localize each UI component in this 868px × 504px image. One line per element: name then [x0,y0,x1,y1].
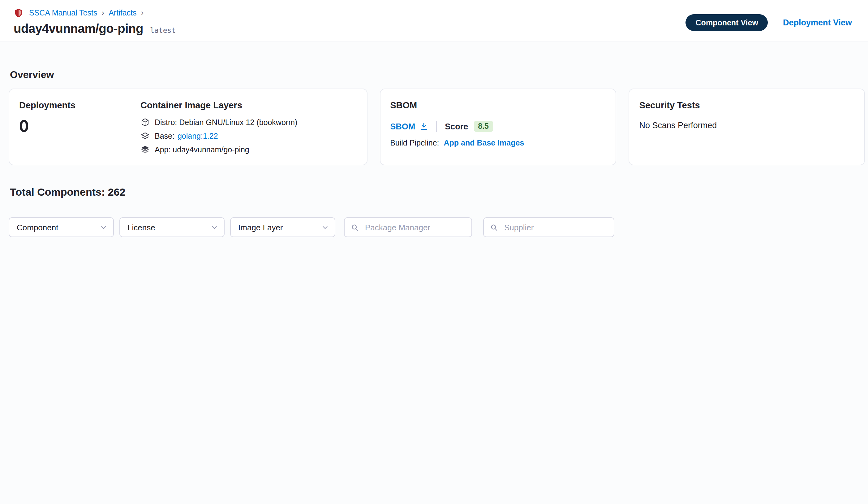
breadcrumb-link-artifacts[interactable]: Artifacts [108,8,136,17]
breadcrumb-separator-icon: › [141,9,144,17]
app-layer-item: App: uday4vunnam/go-ping [141,145,297,154]
supplier-searchbox [483,217,614,237]
download-icon[interactable] [420,122,428,131]
base-label: Base: [155,132,175,140]
deployments-title: Deployments [19,100,141,110]
security-tests-card: Security Tests No Scans Performed [629,89,865,165]
title-row: uday4vunnam/go-ping latest [14,22,176,36]
total-components-heading: Total Components: 262 [10,187,865,199]
version-tag: latest [150,26,176,35]
distro-layer-item: Distro: Debian GNU/Linux 12 (bookworm) [141,118,297,127]
header: SSCA Manual Tests › Artifacts › uday4vun… [0,0,868,41]
component-filter-dropdown[interactable]: Component [9,217,114,237]
header-left: SSCA Manual Tests › Artifacts › uday4vun… [14,8,176,36]
sbom-row: SBOM Score 8.5 [390,121,606,132]
app-label: App: uday4vunnam/go-ping [155,145,249,154]
overview-cards: Deployments 0 Container Image Layers [9,89,865,165]
shield-icon [14,8,23,18]
main-content: Overview Deployments 0 Container Image L… [0,41,868,252]
component-view-button[interactable]: Component View [686,14,768,31]
deployments-and-layers-card: Deployments 0 Container Image Layers [9,89,367,165]
breadcrumb-link-project[interactable]: SSCA Manual Tests [29,8,97,17]
build-pipeline-row: Build Pipeline: App and Base Images [390,139,606,147]
sbom-card-title: SBOM [390,100,606,110]
build-pipeline-link[interactable]: App and Base Images [444,139,524,147]
page: SSCA Manual Tests › Artifacts › uday4vun… [0,0,868,252]
chevron-down-icon [210,223,218,231]
sbom-link-label: SBOM [390,122,415,131]
container-image-layers-block: Container Image Layers Distro: Debian GN… [141,100,297,153]
license-filter-dropdown[interactable]: License [120,217,225,237]
image-layer-filter-dropdown[interactable]: Image Layer [230,217,335,237]
package-manager-search-input[interactable] [364,222,465,232]
base-layer-item: Base: golang:1.22 [141,131,297,141]
base-image-link[interactable]: golang:1.22 [177,132,218,140]
supplier-search-input[interactable] [503,222,608,232]
filters-bar: Component License Image Layer [9,217,865,237]
deployments-count: 0 [19,118,141,135]
license-filter-label: License [127,223,155,232]
container-image-layers-title: Container Image Layers [141,100,297,110]
component-filter-label: Component [17,223,58,232]
sbom-card: SBOM SBOM Score 8.5 [380,89,616,165]
cube-icon [141,118,150,127]
deployments-block: Deployments 0 [19,100,141,153]
sbom-download-link[interactable]: SBOM [390,122,428,131]
search-icon [351,223,359,231]
chevron-down-icon [100,223,108,231]
package-manager-searchbox [344,217,472,237]
vertical-divider [436,121,437,132]
breadcrumb-separator-icon: › [102,9,105,17]
image-layers-list: Distro: Debian GNU/Linux 12 (bookworm) B… [141,118,297,154]
build-pipeline-label: Build Pipeline: [390,139,439,147]
breadcrumb: SSCA Manual Tests › Artifacts › [14,8,176,18]
layers-two-icon [141,131,150,141]
layers-three-icon [141,145,150,154]
security-tests-status: No Scans Performed [639,121,854,130]
sbom-score-badge: 8.5 [474,121,493,132]
security-tests-title: Security Tests [639,100,854,110]
overview-heading: Overview [10,69,865,80]
search-icon [490,223,498,231]
distro-label: Distro: Debian GNU/Linux 12 (bookworm) [155,118,297,127]
image-layer-filter-label: Image Layer [238,223,283,232]
page-title: uday4vunnam/go-ping [14,22,143,36]
view-switcher: Component View Deployment View [686,14,852,31]
sbom-score-label: Score [445,122,468,131]
chevron-down-icon [321,223,329,231]
deployment-view-link[interactable]: Deployment View [783,18,852,27]
